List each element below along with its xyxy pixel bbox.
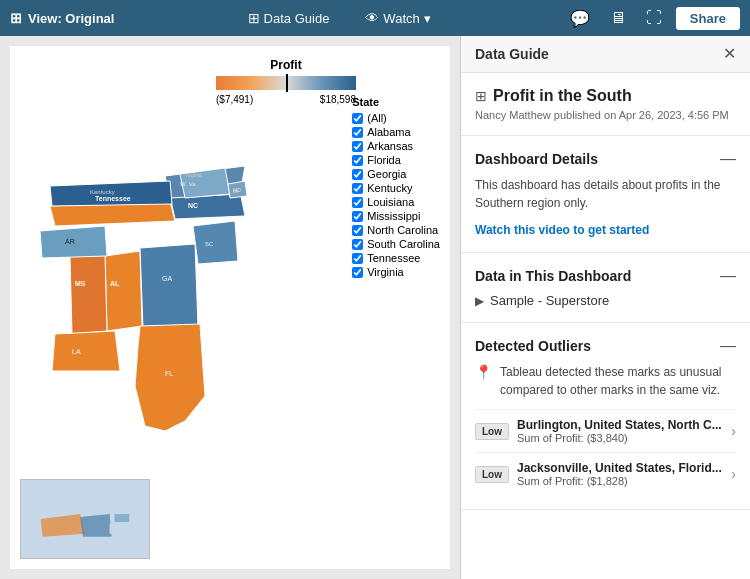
eye-icon: 👁	[365, 10, 379, 26]
state-item[interactable]: Alabama	[352, 126, 440, 138]
svg-text:AL: AL	[110, 280, 120, 287]
chevron-right-icon: ›	[731, 466, 736, 482]
state-item[interactable]: North Carolina	[352, 224, 440, 236]
legend-max: $18,598	[320, 94, 356, 105]
share-button[interactable]: Share	[676, 7, 740, 30]
low-badge: Low	[475, 466, 509, 483]
state-checkbox[interactable]	[352, 155, 363, 166]
state-filter-title: State	[352, 96, 440, 108]
state-checkbox[interactable]	[352, 211, 363, 222]
svg-text:DE: DE	[233, 189, 239, 194]
data-section-title: Data in This Dashboard	[475, 268, 631, 284]
details-toggle[interactable]: —	[720, 150, 736, 168]
data-guide-button[interactable]: ⊞ Data Guide	[240, 6, 338, 30]
state-item[interactable]: Arkansas	[352, 140, 440, 152]
state-label: Tennessee	[367, 252, 420, 264]
outlier-value: Sum of Profit: ($3,840)	[517, 432, 723, 444]
outlier-intro-text: Tableau detected these marks as unusual …	[500, 363, 736, 399]
state-item[interactable]: Mississippi	[352, 210, 440, 222]
state-list: (All)AlabamaArkansasFloridaGeorgiaKentuc…	[352, 112, 440, 278]
state-checkbox[interactable]	[352, 239, 363, 250]
svg-text:Virginia: Virginia	[185, 172, 202, 178]
state-label: South Carolina	[367, 238, 440, 250]
state-label: Mississippi	[367, 210, 420, 222]
dashboard-title-row: ⊞ Profit in the South	[475, 87, 736, 105]
state-label: Florida	[367, 154, 401, 166]
svg-text:SC: SC	[205, 241, 214, 247]
viz-area: Profit ($7,491) $18,598 State (All)Alaba…	[0, 36, 460, 579]
svg-text:GA: GA	[162, 275, 172, 282]
state-item[interactable]: Virginia	[352, 266, 440, 278]
svg-marker-10	[193, 221, 238, 264]
state-checkbox[interactable]	[352, 113, 363, 124]
svg-text:MS: MS	[75, 280, 86, 287]
svg-text:FL: FL	[165, 370, 173, 377]
chevron-down-icon: ▾	[424, 11, 431, 26]
state-checkbox[interactable]	[352, 127, 363, 138]
state-checkbox[interactable]	[352, 267, 363, 278]
svg-text:Tennessee: Tennessee	[95, 195, 131, 202]
state-item[interactable]: Tennessee	[352, 252, 440, 264]
state-item[interactable]: (All)	[352, 112, 440, 124]
state-checkbox[interactable]	[352, 141, 363, 152]
present-button[interactable]: 🖥	[604, 7, 632, 29]
svg-text:Kentucky: Kentucky	[90, 189, 115, 195]
svg-marker-9	[140, 244, 198, 328]
svg-marker-8	[52, 331, 120, 371]
state-filter: State (All)AlabamaArkansasFloridaGeorgia…	[352, 96, 440, 280]
outlier-item[interactable]: Low Burlington, United States, North C..…	[475, 409, 736, 452]
state-item[interactable]: Georgia	[352, 168, 440, 180]
details-section-header: Dashboard Details —	[475, 150, 736, 168]
outlier-intro: 📍 Tableau detected these marks as unusua…	[475, 363, 736, 399]
published-info: Nancy Matthew published on Apr 26, 2023,…	[475, 109, 736, 121]
state-checkbox[interactable]	[352, 169, 363, 180]
outliers-title: Detected Outliers	[475, 338, 591, 354]
svg-marker-29	[80, 514, 112, 537]
state-checkbox[interactable]	[352, 197, 363, 208]
state-checkbox[interactable]	[352, 225, 363, 236]
data-guide-icon: ⊞	[248, 10, 260, 26]
topbar: ⊞ View: Original ⊞ Data Guide 👁 Watch ▾ …	[0, 0, 750, 36]
outlier-list: Low Burlington, United States, North C..…	[475, 409, 736, 495]
outliers-section-header: Detected Outliers —	[475, 337, 736, 355]
close-button[interactable]: ✕	[723, 46, 736, 62]
svg-rect-31	[115, 514, 130, 522]
outlier-item[interactable]: Low Jacksonville, United States, Florid.…	[475, 452, 736, 495]
data-toggle[interactable]: —	[720, 267, 736, 285]
svg-text:W. Va: W. Va	[180, 181, 196, 187]
chevron-right-icon: ›	[731, 423, 736, 439]
state-item[interactable]: Kentucky	[352, 182, 440, 194]
state-item[interactable]: Florida	[352, 154, 440, 166]
watch-button[interactable]: 👁 Watch ▾	[357, 6, 438, 30]
data-section-header: Data in This Dashboard —	[475, 267, 736, 285]
state-item[interactable]: Louisiana	[352, 196, 440, 208]
comment-button[interactable]: 💬	[564, 7, 596, 30]
svg-marker-11	[135, 324, 205, 431]
watch-link[interactable]: Watch this video to get started	[475, 223, 649, 237]
panel-title: Data Guide	[475, 46, 549, 62]
mini-preview[interactable]	[20, 479, 150, 559]
svg-text:AR: AR	[65, 238, 75, 245]
svg-text:LA: LA	[72, 348, 81, 355]
outliers-toggle[interactable]: —	[720, 337, 736, 355]
state-checkbox[interactable]	[352, 183, 363, 194]
dashboard-details-section: Dashboard Details — This dashboard has d…	[461, 136, 750, 253]
dashboard-title: Profit in the South	[493, 87, 632, 105]
pin-icon: 📍	[475, 364, 492, 380]
grid-icon: ⊞	[475, 88, 487, 104]
map-container[interactable]: Tennessee NC Kentucky AL MS AR GA SC FL …	[10, 86, 260, 466]
legend-marker	[286, 74, 288, 92]
topbar-right: 💬 🖥 ⛶ Share	[564, 7, 740, 30]
fullscreen-button[interactable]: ⛶	[640, 7, 668, 29]
main-content: Profit ($7,491) $18,598 State (All)Alaba…	[0, 36, 750, 579]
panel-header: Data Guide ✕	[461, 36, 750, 73]
view-label: ⊞ View: Original	[10, 10, 114, 26]
dashboard-identity-section: ⊞ Profit in the South Nancy Matthew publ…	[461, 73, 750, 136]
state-checkbox[interactable]	[352, 253, 363, 264]
topbar-center: ⊞ Data Guide 👁 Watch ▾	[130, 6, 547, 30]
data-source-row[interactable]: ▶ Sample - Superstore	[475, 293, 736, 308]
state-label: Louisiana	[367, 196, 414, 208]
map-svg: Tennessee NC Kentucky AL MS AR GA SC FL …	[10, 86, 270, 446]
state-item[interactable]: South Carolina	[352, 238, 440, 250]
state-label: (All)	[367, 112, 387, 124]
